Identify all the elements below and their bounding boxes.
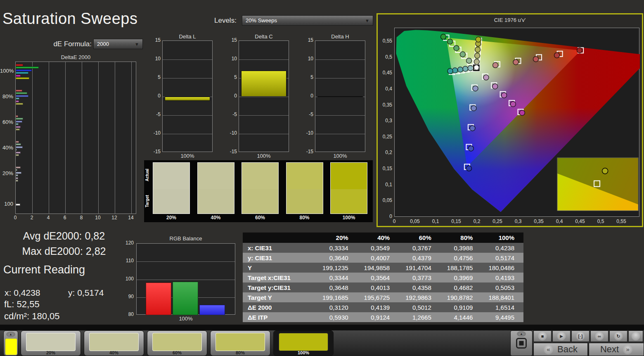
column-header: 60%	[399, 233, 440, 243]
patch-button-100%[interactable]: 100%	[273, 330, 334, 356]
delta_h-title: Delta H	[315, 33, 365, 40]
meter-panel-button[interactable]: ▲	[510, 330, 533, 356]
de-bar	[16, 143, 21, 145]
patch-button-60%[interactable]: 60%	[147, 330, 207, 356]
back-button[interactable]: «Back	[533, 343, 588, 356]
de-formula-dropdown[interactable]: 2000 ▼	[93, 39, 143, 49]
cyan-sweep-measured	[458, 67, 463, 72]
x-tick-label: 0	[11, 215, 19, 221]
gridline	[49, 62, 49, 214]
cell-value: 0,4007	[358, 253, 399, 263]
magenta-sweep-measured	[502, 93, 507, 98]
cell-value: 0,4379	[399, 253, 440, 263]
patch-button-label: 100%	[274, 350, 333, 355]
patch-button-20%[interactable]: 20%	[21, 330, 81, 356]
continuous-button[interactable]: ∞	[590, 330, 608, 342]
column-header: 80%	[440, 233, 482, 243]
back-arrow-icon: «	[544, 345, 553, 354]
next-arrow-icon: »	[623, 345, 632, 354]
gridline	[32, 62, 33, 214]
y-tick-label: 0,3	[378, 118, 392, 123]
de-bar	[16, 166, 21, 169]
group-label: 80%	[0, 93, 13, 100]
blue-sweep-measured	[473, 86, 478, 91]
current-cdm2: cd/m²: 180,05	[4, 311, 60, 322]
gridline	[163, 59, 212, 60]
de-bar	[16, 97, 19, 100]
swatch-pair	[197, 162, 234, 214]
de-bar	[16, 123, 19, 125]
patch-button-label: 20%	[21, 350, 80, 355]
calibration-app-window: Saturation Sweeps dE Formula: 2000 ▼ Lev…	[0, 0, 644, 356]
chevron-down-icon: ▼	[135, 42, 139, 47]
de-bar	[16, 90, 22, 92]
de-bar	[16, 177, 18, 179]
x-tick-label: 0	[386, 218, 402, 224]
patch-navigation-bar: ▲20%40%60%80%100%▲■▶[·]∞↻«BackNext»	[0, 330, 644, 356]
actual-swatch	[153, 163, 189, 189]
cell-value: 0,3773	[399, 273, 440, 282]
swatch-label: 60%	[242, 215, 279, 221]
measurement-table: 20%40%60%80%100%x: CIE310,33340,35490,37…	[243, 233, 523, 322]
blue-sweep-measured	[471, 106, 476, 111]
levels-dropdown[interactable]: 20% Sweeps ▼	[242, 15, 373, 26]
row-label: x: CIE31	[243, 243, 316, 253]
gridline	[239, 59, 289, 60]
stop-button[interactable]: ■	[533, 330, 552, 342]
cell-value: 0,4682	[440, 282, 482, 292]
patch-color-swatch	[152, 333, 202, 351]
de-bar	[16, 174, 18, 176]
table-row: Target x:CIE310,33440,35640,37730,39690,…	[243, 273, 523, 282]
green-sweep-measured	[441, 34, 446, 40]
blank-button[interactable]	[628, 330, 643, 342]
delta_l-title: Delta L	[162, 33, 213, 40]
single-measure-button[interactable]: [·]	[571, 330, 590, 342]
cell-value: 0,4238	[482, 243, 523, 253]
row-label: Target Y	[243, 292, 316, 302]
x-tick-label: 8	[77, 215, 85, 221]
gridline	[65, 62, 66, 214]
y-tick-label: 120	[123, 240, 134, 246]
deltae-chart	[15, 62, 136, 214]
target-swatch	[331, 189, 367, 214]
row-label: Target y:CIE31	[243, 282, 316, 292]
patch-button-40%[interactable]: 40%	[84, 330, 144, 356]
green-sweep-measured	[460, 52, 465, 57]
group-label: 100	[0, 201, 13, 207]
target-swatch	[242, 189, 278, 214]
levels-value: 20% Sweeps	[246, 17, 365, 24]
cie-diagram-panel[interactable]: CIE 1976 u'v' 00,050,10,150,20,250,30,35…	[376, 13, 643, 227]
delta_h-x-label: 100%	[315, 153, 365, 159]
play-button[interactable]: ▶	[552, 330, 571, 342]
next-button-label: Next	[600, 344, 619, 355]
cyan-sweep-measured	[452, 68, 458, 73]
cell-value: 0,4139	[358, 302, 399, 312]
y-tick-label: 5	[302, 74, 313, 80]
group-label: 100%	[0, 68, 13, 74]
play-icon: ▶	[557, 332, 566, 341]
swatch-pair	[242, 162, 279, 214]
next-button[interactable]: Next»	[589, 343, 644, 356]
collapse-up-icon[interactable]: ▲	[517, 331, 526, 337]
de-bar	[16, 169, 17, 171]
actual-swatch	[198, 163, 234, 189]
de-bar	[16, 103, 23, 105]
patch-button-80%[interactable]: 80%	[210, 330, 270, 356]
de-formula-label: dE Formula:	[37, 40, 92, 48]
y-tick-label: -10	[149, 130, 161, 136]
de-bar	[16, 66, 39, 69]
y-tick-label: 90	[123, 294, 134, 299]
green-sweep-measured	[454, 45, 459, 51]
measure-window-icon	[516, 338, 527, 349]
column-header	[243, 233, 316, 243]
swatch-label: 80%	[286, 215, 323, 221]
gridline	[137, 261, 235, 262]
delta_c-bar	[241, 71, 286, 97]
cell-value: 0,3969	[440, 273, 482, 282]
back-button-label: Back	[557, 344, 578, 355]
collapse-up-icon[interactable]: ▲	[6, 332, 15, 337]
group-label: 60%	[0, 119, 13, 125]
loop-button[interactable]: ↻	[609, 330, 627, 342]
y-tick-label: 0,55	[378, 38, 392, 44]
current-x: x: 0,4238	[5, 288, 40, 298]
